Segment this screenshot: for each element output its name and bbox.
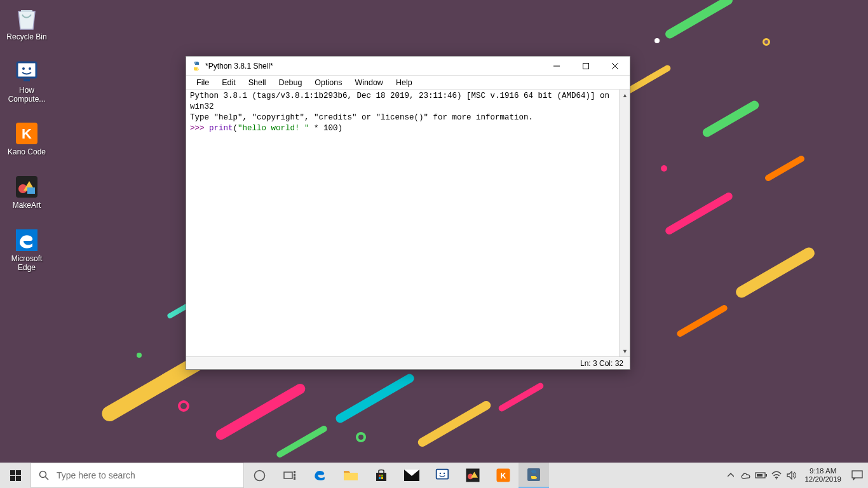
taskbar-make-art[interactable] — [458, 463, 488, 488]
svg-rect-43 — [766, 474, 767, 477]
windows-logo-icon — [10, 470, 21, 481]
edge-icon — [312, 467, 329, 484]
monitor-smile-icon — [434, 467, 451, 484]
svg-point-12 — [197, 69, 198, 70]
desktop-icon-kano-code[interactable]: K Kano Code — [4, 120, 50, 157]
system-tray: 9:18 AM 12/20/2019 — [723, 463, 868, 488]
menu-window[interactable]: Window — [348, 77, 389, 88]
desktop-icon-recycle-bin[interactable]: Recycle Bin — [4, 5, 50, 42]
taskbar-search[interactable] — [31, 463, 244, 488]
desktop-icon-label: Kano Code — [8, 148, 46, 157]
svg-point-21 — [40, 471, 46, 478]
shell-text-area[interactable]: Python 3.8.1 (tags/v3.8.1:1b293b6, Dec 1… — [186, 90, 619, 356]
svg-point-1 — [22, 67, 25, 70]
tray-battery[interactable] — [754, 463, 769, 488]
window-title: *Python 3.8.1 Shell* — [205, 62, 273, 71]
menu-help[interactable]: Help — [390, 77, 419, 88]
svg-rect-28 — [379, 475, 381, 477]
svg-text:K: K — [22, 126, 32, 142]
kano-code-icon: K — [495, 467, 512, 484]
menu-debug[interactable]: Debug — [273, 77, 309, 88]
notification-icon — [851, 470, 863, 480]
folder-icon — [343, 469, 358, 482]
svg-text:K: K — [501, 471, 506, 480]
svg-rect-31 — [381, 477, 383, 479]
svg-point-23 — [254, 470, 264, 480]
menu-options[interactable]: Options — [308, 77, 348, 88]
action-center-button[interactable] — [846, 470, 868, 480]
tray-wifi[interactable] — [769, 463, 784, 488]
kano-code-icon: K — [13, 120, 40, 147]
minimize-button[interactable] — [542, 57, 571, 76]
shell-paren: ( — [233, 124, 238, 133]
taskbar: K 9:18 AM 12/20/2019 — [0, 463, 868, 488]
svg-rect-44 — [757, 474, 763, 477]
shell-rest: * 100) — [309, 124, 343, 133]
mail-icon — [404, 470, 419, 481]
taskbar-idle[interactable] — [519, 463, 549, 488]
speaker-icon — [787, 471, 797, 480]
menu-shell[interactable]: Shell — [242, 77, 273, 88]
make-art-icon — [465, 467, 481, 484]
taskbar-mail[interactable] — [397, 463, 427, 488]
tray-volume[interactable] — [784, 463, 799, 488]
desktop-icon-how-computers[interactable]: How Compute... — [4, 58, 50, 104]
make-art-icon — [13, 173, 40, 200]
svg-rect-14 — [583, 63, 589, 69]
tray-onedrive[interactable] — [738, 463, 754, 488]
shell-string: "hello world! " — [238, 124, 309, 133]
window-titlebar[interactable]: *Python 3.8.1 Shell* — [186, 57, 630, 76]
scroll-down-button[interactable]: ▼ — [620, 346, 630, 356]
taskbar-cortana[interactable] — [244, 463, 275, 488]
taskbar-store[interactable] — [366, 463, 397, 488]
svg-rect-17 — [10, 470, 15, 475]
svg-rect-27 — [294, 477, 295, 480]
taskbar-explorer[interactable] — [336, 463, 366, 488]
shell-banner-1: Python 3.8.1 (tags/v3.8.1:1b293b6, Dec 1… — [190, 92, 614, 111]
cortana-icon — [254, 470, 266, 482]
taskbar-taskview[interactable] — [275, 463, 305, 488]
svg-rect-46 — [852, 471, 862, 478]
close-button[interactable] — [600, 57, 630, 76]
menu-file[interactable]: File — [190, 77, 215, 88]
svg-rect-26 — [294, 474, 295, 477]
python-idle-icon — [526, 467, 541, 482]
edge-icon — [13, 227, 40, 254]
cloud-icon — [740, 471, 752, 479]
tray-overflow[interactable] — [723, 463, 738, 488]
battery-icon — [755, 471, 768, 479]
desktop-icon-make-art[interactable]: MakeArt — [4, 173, 50, 210]
svg-point-45 — [776, 478, 777, 480]
svg-rect-25 — [294, 471, 295, 473]
svg-rect-29 — [381, 475, 383, 477]
desktop-icon-label: How Compute... — [8, 86, 46, 104]
svg-rect-33 — [437, 470, 449, 479]
taskbar-clock[interactable]: 9:18 AM 12/20/2019 — [799, 467, 846, 483]
taskbar-kano-code[interactable]: K — [488, 463, 519, 488]
store-icon — [374, 468, 388, 482]
wifi-icon — [771, 471, 782, 480]
clock-time: 9:18 AM — [810, 467, 836, 475]
desktop-icon-label: Microsoft Edge — [11, 255, 43, 273]
clock-date: 12/20/2019 — [804, 475, 841, 484]
chevron-up-icon — [728, 472, 734, 478]
vertical-scrollbar[interactable]: ▲ ▼ — [619, 90, 630, 356]
svg-rect-3 — [24, 79, 30, 81]
desktop-icon-edge[interactable]: Microsoft Edge — [4, 227, 50, 273]
taskbar-edge[interactable] — [305, 463, 336, 488]
maximize-button[interactable] — [571, 57, 600, 76]
svg-rect-9 — [27, 187, 35, 194]
start-button[interactable] — [0, 463, 31, 488]
shell-banner-2: Type "help", "copyright", "credits" or "… — [190, 113, 533, 122]
svg-line-22 — [46, 477, 49, 480]
desktop-icons: Recycle Bin How Compute... K Kano Code M… — [4, 5, 55, 289]
svg-point-11 — [194, 62, 196, 64]
svg-point-2 — [29, 67, 31, 70]
svg-point-35 — [444, 473, 445, 474]
menu-edit[interactable]: Edit — [215, 77, 242, 88]
taskbar-how-computers[interactable] — [427, 463, 458, 488]
status-bar: Ln: 3 Col: 32 — [186, 356, 630, 369]
search-input[interactable] — [57, 470, 236, 480]
monitor-smile-icon — [13, 58, 40, 85]
scroll-up-button[interactable]: ▲ — [620, 90, 630, 100]
